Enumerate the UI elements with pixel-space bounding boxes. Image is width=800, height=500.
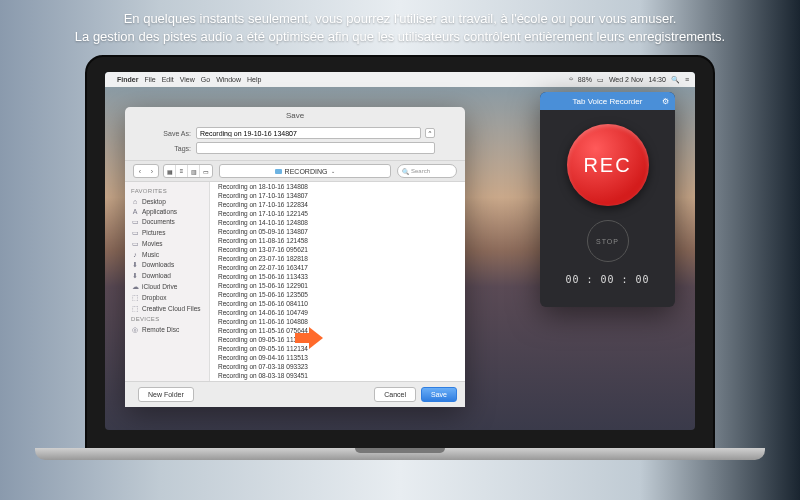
sidebar-item[interactable]: ⌂Desktop <box>125 196 209 206</box>
file-row[interactable]: Recording on 09-04-16 113513 <box>210 353 465 362</box>
file-row[interactable]: Recording on 11-03-16 102254 <box>210 380 465 381</box>
menu-edit[interactable]: Edit <box>162 76 174 83</box>
sidebar-item[interactable]: ⬇Downloads <box>125 259 209 270</box>
sidebar-item-icon: ▭ <box>131 240 139 248</box>
search-field[interactable]: 🔍 Search <box>397 164 457 178</box>
list-view-icon[interactable]: ≡ <box>176 165 188 177</box>
hero-line-2: La gestion des pistes audio a été optimi… <box>0 28 800 46</box>
file-row[interactable]: Recording on 08-03-18 093451 <box>210 371 465 380</box>
sidebar-item-label: Applications <box>142 208 177 215</box>
column-view-icon[interactable]: ▥ <box>188 165 200 177</box>
file-list[interactable]: Recording on 18-10-16 134808Recording on… <box>210 182 465 381</box>
sidebar-item-label: Pictures <box>142 229 165 236</box>
stop-button[interactable]: STOP <box>587 220 629 262</box>
save-dialog: Save Save As: ^ Tags: ‹› ▦ <box>125 107 465 407</box>
voice-recorder-window: Tab Voice Recorder ⚙ REC STOP 00 : 00 : … <box>540 92 675 307</box>
coverflow-view-icon[interactable]: ▭ <box>200 165 212 177</box>
folder-icon <box>275 169 282 174</box>
nav-back-forward[interactable]: ‹› <box>133 164 159 178</box>
menu-go[interactable]: Go <box>201 76 210 83</box>
sidebar-item[interactable]: ♪Music <box>125 249 209 259</box>
highlight-arrow-icon <box>295 327 325 349</box>
laptop-frame: Finder File Edit View Go Window Help ⌔ 8… <box>85 55 715 485</box>
file-row[interactable]: Recording on 22-07-16 163417 <box>210 263 465 272</box>
file-row[interactable]: Recording on 11-06-16 104808 <box>210 317 465 326</box>
file-row[interactable]: Recording on 11-05-16 075644 <box>210 326 465 335</box>
hero-line-1: En quelques instants seulement, vous pou… <box>0 10 800 28</box>
sidebar-item[interactable]: ☁iCloud Drive <box>125 281 209 292</box>
sidebar-item-label: Download <box>142 272 171 279</box>
file-row[interactable]: Recording on 15-06-16 122901 <box>210 281 465 290</box>
menubar-app-name[interactable]: Finder <box>117 76 138 83</box>
sidebar-item[interactable]: ⬚Dropbox <box>125 292 209 303</box>
sidebar-item-icon: ♪ <box>131 251 139 258</box>
save-as-label: Save As: <box>155 130 191 137</box>
icon-view-icon[interactable]: ▦ <box>164 165 176 177</box>
wifi-icon[interactable]: ⌔ <box>569 76 573 83</box>
sidebar-item-icon: ⬚ <box>131 294 139 302</box>
menubar-date: Wed 2 Nov <box>609 76 644 83</box>
menu-window[interactable]: Window <box>216 76 241 83</box>
file-row[interactable]: Recording on 15-06-16 113433 <box>210 272 465 281</box>
file-row[interactable]: Recording on 13-07-16 095621 <box>210 245 465 254</box>
sidebar-item-label: Dropbox <box>142 294 167 301</box>
file-row[interactable]: Recording on 17-10-16 122834 <box>210 200 465 209</box>
recorder-titlebar[interactable]: Tab Voice Recorder ⚙ <box>540 92 675 110</box>
sidebar-item-icon: ⌂ <box>131 198 139 205</box>
sidebar-item-icon: ⬚ <box>131 305 139 313</box>
sidebar-item-label: Remote Disc <box>142 326 179 333</box>
file-row[interactable]: Recording on 15-06-16 123505 <box>210 290 465 299</box>
sidebar-item-label: Creative Cloud Files <box>142 305 201 312</box>
save-button[interactable]: Save <box>421 387 457 402</box>
dialog-toolbar: ‹› ▦ ≡ ▥ ▭ RECORDING ⌄ 🔍 Search <box>125 160 465 182</box>
file-row[interactable]: Recording on 18-10-16 134808 <box>210 182 465 191</box>
save-as-input[interactable] <box>196 127 421 139</box>
sidebar-item[interactable]: ◎Remote Disc <box>125 324 209 335</box>
sidebar-item-icon: A <box>131 208 139 215</box>
favorites-header: Favorites <box>125 186 209 196</box>
file-row[interactable]: Recording on 23-07-16 182818 <box>210 254 465 263</box>
file-row[interactable]: Recording on 17-10-16 122145 <box>210 209 465 218</box>
notifications-icon[interactable]: ≡ <box>685 76 689 83</box>
sidebar-item[interactable]: ⬚Creative Cloud Files <box>125 303 209 314</box>
file-row[interactable]: Recording on 09-05-16 112134 <box>210 344 465 353</box>
tags-label: Tags: <box>155 145 191 152</box>
gear-icon[interactable]: ⚙ <box>662 97 669 106</box>
sidebar-item[interactable]: ⬇Download <box>125 270 209 281</box>
sidebar-item-label: iCloud Drive <box>142 283 177 290</box>
devices-header: Devices <box>125 314 209 324</box>
sidebar-item-icon: ▭ <box>131 218 139 226</box>
file-row[interactable]: Recording on 14-10-16 124808 <box>210 218 465 227</box>
collapse-chevron-icon[interactable]: ^ <box>425 128 435 138</box>
record-button[interactable]: REC <box>567 124 649 206</box>
menu-file[interactable]: File <box>144 76 155 83</box>
file-row[interactable]: Recording on 17-10-16 134807 <box>210 191 465 200</box>
tags-input[interactable] <box>196 142 435 154</box>
cancel-button[interactable]: Cancel <box>374 387 416 402</box>
sidebar-item-label: Music <box>142 251 159 258</box>
view-switcher[interactable]: ▦ ≡ ▥ ▭ <box>163 164 213 178</box>
location-dropdown[interactable]: RECORDING ⌄ <box>219 164 391 178</box>
menu-help[interactable]: Help <box>247 76 261 83</box>
sidebar-item-label: Documents <box>142 218 175 225</box>
spotlight-icon[interactable]: 🔍 <box>671 76 680 84</box>
file-row[interactable]: Recording on 07-03-18 093323 <box>210 362 465 371</box>
new-folder-button[interactable]: New Folder <box>138 387 194 402</box>
file-row[interactable]: Recording on 14-06-16 104749 <box>210 308 465 317</box>
recorder-title: Tab Voice Recorder <box>573 97 643 106</box>
sidebar-item-icon: ⬇ <box>131 272 139 280</box>
file-row[interactable]: Recording on 09-05-16 113514 <box>210 335 465 344</box>
file-row[interactable]: Recording on 15-06-16 084110 <box>210 299 465 308</box>
sidebar-item-icon: ⬇ <box>131 261 139 269</box>
sidebar-item[interactable]: ▭Documents <box>125 216 209 227</box>
file-row[interactable]: Recording on 05-09-16 134807 <box>210 227 465 236</box>
sidebar-item-label: Downloads <box>142 261 174 268</box>
forward-icon[interactable]: › <box>146 165 158 177</box>
sidebar-item[interactable]: AApplications <box>125 206 209 216</box>
back-icon[interactable]: ‹ <box>134 165 146 177</box>
file-row[interactable]: Recording on 11-08-16 121458 <box>210 236 465 245</box>
sidebar-item-icon: ◎ <box>131 326 139 334</box>
sidebar-item[interactable]: ▭Pictures <box>125 227 209 238</box>
menu-view[interactable]: View <box>180 76 195 83</box>
sidebar-item[interactable]: ▭Movies <box>125 238 209 249</box>
